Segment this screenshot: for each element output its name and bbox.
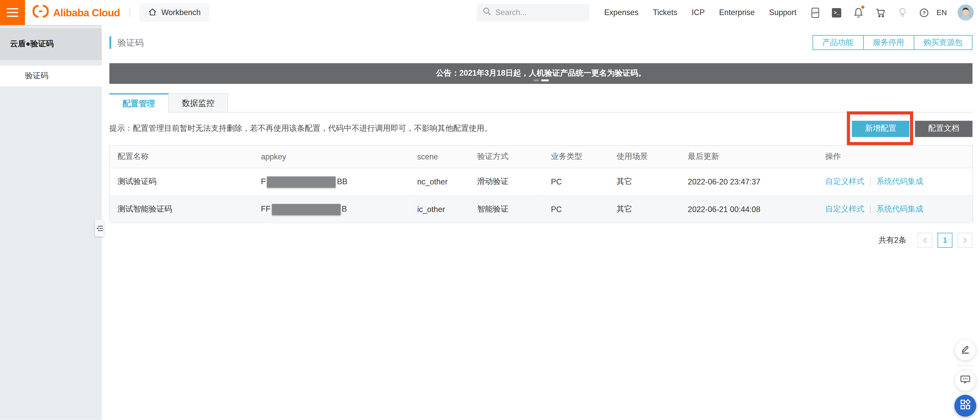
cell-config-name: 测试智能验证码: [110, 195, 253, 223]
page-header-buttons: 产品功能 服务停用 购买资源包: [813, 35, 973, 50]
language-switch[interactable]: EN: [936, 8, 947, 17]
system-code-integration-link[interactable]: 系统代码集成: [877, 204, 923, 213]
sidebar-title: 云盾●验证码: [0, 28, 102, 60]
search-icon: [482, 7, 491, 18]
appkey-prefix: F: [261, 177, 266, 186]
top-header: Alibaba Cloud Workbench Search...: [0, 0, 980, 25]
col-config-name: 配置名称: [110, 145, 253, 168]
cell-config-name: 测试验证码: [110, 168, 253, 196]
cell-actions: 自定义样式|系统代码集成: [818, 195, 973, 223]
header-divider: [129, 7, 130, 18]
collapse-sidebar-icon: [96, 222, 103, 234]
table-header-row: 配置名称 appkey scene 验证方式 业务类型 使用场景 最后更新 操作: [110, 145, 973, 168]
cell-biz-type: PC: [543, 168, 609, 196]
console-icon[interactable]: >_: [832, 8, 842, 18]
cell-actions: 自定义样式|系统代码集成: [818, 168, 973, 196]
col-appkey: appkey: [253, 145, 410, 168]
cell-usage-scene: 其它: [609, 195, 680, 223]
nav-enterprise[interactable]: Enterprise: [719, 8, 755, 17]
app-root: Alibaba Cloud Workbench Search...: [0, 0, 980, 420]
search-input[interactable]: Search...: [477, 4, 589, 21]
buy-resource-pack-button[interactable]: 购买资源包: [913, 35, 972, 50]
collapse-sidebar-handle[interactable]: [95, 220, 104, 236]
sidebar-item-captcha[interactable]: 验证码: [0, 65, 102, 86]
appkey-prefix: FF: [261, 204, 270, 213]
custom-style-link[interactable]: 自定义样式: [825, 204, 864, 213]
service-deactivation-button[interactable]: 服务停用: [863, 35, 914, 50]
prev-page-button[interactable]: [918, 233, 932, 248]
header-right: Search... Expenses Tickets ICP Enterpris…: [477, 4, 980, 21]
link-separator: |: [870, 204, 872, 213]
pagination: 共有2条 1: [110, 233, 973, 248]
custom-style-link[interactable]: 自定义样式: [825, 177, 864, 186]
next-page-button[interactable]: [958, 233, 973, 248]
page-1-button[interactable]: 1: [937, 233, 953, 248]
cell-verify-method: 智能验证: [469, 195, 543, 223]
workbench-label: Workbench: [161, 8, 200, 17]
carousel-dot: [533, 80, 538, 81]
appkey-suffix: B: [342, 204, 347, 213]
pencil-icon: [960, 343, 971, 356]
tab-data-monitoring[interactable]: 数据监控: [169, 93, 228, 113]
alibaba-cloud-logo[interactable]: Alibaba Cloud: [32, 4, 120, 21]
add-config-button[interactable]: 新增配置: [852, 120, 909, 137]
add-config-wrap: 新增配置: [852, 120, 909, 137]
help-icon[interactable]: ?: [920, 8, 929, 18]
logo-icon: [32, 4, 49, 21]
cell-scene: ic_other: [410, 195, 469, 223]
carousel-dot-active: [541, 80, 549, 81]
tip-row: 提示：配置管理目前暂时无法支持删除，若不再使用该条配置，代码中不进行调用即可，不…: [110, 120, 973, 137]
col-usage-scene: 使用场景: [609, 145, 680, 168]
cart-icon[interactable]: [876, 8, 886, 18]
nav-support[interactable]: Support: [769, 8, 797, 17]
system-code-integration-link[interactable]: 系统代码集成: [877, 177, 923, 186]
table-action-buttons: 新增配置 配置文档: [852, 120, 973, 137]
tab-config-management[interactable]: 配置管理: [110, 93, 169, 113]
home-icon: [148, 7, 157, 18]
product-features-button[interactable]: 产品功能: [812, 35, 863, 50]
total-count: 共有2条: [878, 235, 906, 246]
workbench-button[interactable]: Workbench: [139, 3, 209, 22]
apps-grid-button[interactable]: [955, 395, 977, 417]
apps-grid-icon: [960, 399, 971, 412]
main-content: 验证码 产品功能 服务停用 购买资源包 公告：2021年3月18日起，人机验证产…: [102, 25, 980, 420]
cell-appkey: FBB: [253, 168, 410, 196]
tip-text: 提示：配置管理目前暂时无法支持删除，若不再使用该条配置，代码中不进行调用即可，不…: [110, 123, 492, 134]
cell-usage-scene: 其它: [609, 168, 680, 196]
avatar[interactable]: [958, 4, 974, 21]
config-table: 配置名称 appkey scene 验证方式 业务类型 使用场景 最后更新 操作…: [110, 145, 973, 223]
bell-icon[interactable]: [854, 7, 863, 18]
cell-scene: nc_other: [410, 168, 469, 196]
chat-support-button[interactable]: [955, 370, 976, 391]
chat-icon: [960, 375, 971, 387]
col-last-updated: 最后更新: [680, 145, 818, 168]
cell-biz-type: PC: [543, 195, 609, 223]
col-actions: 操作: [818, 145, 973, 168]
nav-tickets[interactable]: Tickets: [653, 8, 677, 17]
config-doc-button[interactable]: 配置文档: [915, 120, 972, 137]
fab-divider: [956, 365, 975, 366]
appkey-redaction-box: [272, 204, 340, 215]
bulb-icon[interactable]: [898, 7, 907, 18]
brand-name: Alibaba Cloud: [53, 6, 120, 19]
col-biz-type: 业务类型: [543, 145, 609, 168]
announcement-carousel-dots: [533, 80, 549, 81]
announcement-banner: 公告：2021年3月18日起，人机验证产品统一更名为验证码。: [110, 63, 973, 84]
header-icons: APP >_: [811, 7, 929, 18]
announcement-text: 公告：2021年3月18日起，人机验证产品统一更名为验证码。: [436, 68, 646, 79]
cell-verify-method: 滑动验证: [469, 168, 543, 196]
app-icon[interactable]: APP: [811, 7, 820, 18]
appkey-redaction-box: [267, 176, 336, 187]
page-header: 验证码 产品功能 服务停用 购买资源包: [110, 35, 973, 50]
col-verify-method: 验证方式: [469, 145, 543, 168]
hamburger-menu-icon[interactable]: [0, 0, 25, 25]
nav-expenses[interactable]: Expenses: [604, 8, 638, 17]
appkey-suffix: BB: [337, 177, 347, 186]
col-scene: scene: [410, 145, 469, 168]
sidebar: 云盾●验证码 验证码: [0, 25, 102, 420]
nav-icp[interactable]: ICP: [692, 8, 705, 17]
cell-last-updated: 2022-06-20 23:47:37: [680, 168, 818, 196]
search-placeholder: Search...: [495, 8, 527, 17]
table-row: 测试验证码 FBB nc_other 滑动验证 PC 其它 2022-06-20…: [110, 168, 973, 196]
feedback-edit-button[interactable]: [955, 340, 976, 361]
